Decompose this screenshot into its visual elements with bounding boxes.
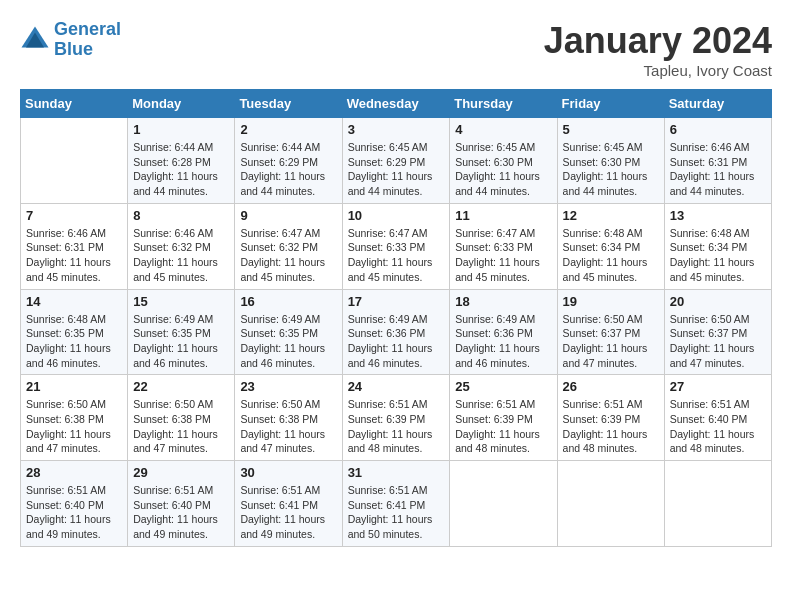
day-info: Sunrise: 6:51 AMSunset: 6:40 PMDaylight:… [133, 483, 229, 542]
calendar-cell: 8Sunrise: 6:46 AMSunset: 6:32 PMDaylight… [128, 203, 235, 289]
day-info: Sunrise: 6:51 AMSunset: 6:39 PMDaylight:… [348, 397, 445, 456]
weekday-header-friday: Friday [557, 90, 664, 118]
day-info: Sunrise: 6:46 AMSunset: 6:31 PMDaylight:… [26, 226, 122, 285]
day-info: Sunrise: 6:51 AMSunset: 6:39 PMDaylight:… [563, 397, 659, 456]
day-number: 2 [240, 122, 336, 137]
weekday-header-saturday: Saturday [664, 90, 771, 118]
day-number: 31 [348, 465, 445, 480]
day-info: Sunrise: 6:45 AMSunset: 6:30 PMDaylight:… [455, 140, 551, 199]
calendar-header: SundayMondayTuesdayWednesdayThursdayFrid… [21, 90, 772, 118]
calendar-cell: 3Sunrise: 6:45 AMSunset: 6:29 PMDaylight… [342, 118, 450, 204]
day-number: 4 [455, 122, 551, 137]
day-number: 24 [348, 379, 445, 394]
calendar-cell: 20Sunrise: 6:50 AMSunset: 6:37 PMDayligh… [664, 289, 771, 375]
day-info: Sunrise: 6:47 AMSunset: 6:33 PMDaylight:… [348, 226, 445, 285]
day-number: 30 [240, 465, 336, 480]
page-header: General Blue January 2024 Tapleu, Ivory … [20, 20, 772, 79]
weekday-header-thursday: Thursday [450, 90, 557, 118]
day-number: 10 [348, 208, 445, 223]
calendar-week-row: 1Sunrise: 6:44 AMSunset: 6:28 PMDaylight… [21, 118, 772, 204]
day-info: Sunrise: 6:46 AMSunset: 6:32 PMDaylight:… [133, 226, 229, 285]
day-info: Sunrise: 6:51 AMSunset: 6:41 PMDaylight:… [240, 483, 336, 542]
day-info: Sunrise: 6:51 AMSunset: 6:41 PMDaylight:… [348, 483, 445, 542]
calendar-cell: 25Sunrise: 6:51 AMSunset: 6:39 PMDayligh… [450, 375, 557, 461]
day-info: Sunrise: 6:50 AMSunset: 6:38 PMDaylight:… [240, 397, 336, 456]
logo-text: General Blue [54, 20, 121, 60]
day-number: 25 [455, 379, 551, 394]
day-number: 19 [563, 294, 659, 309]
logo-line2: Blue [54, 39, 93, 59]
day-number: 26 [563, 379, 659, 394]
calendar-cell: 9Sunrise: 6:47 AMSunset: 6:32 PMDaylight… [235, 203, 342, 289]
day-number: 28 [26, 465, 122, 480]
weekday-header-monday: Monday [128, 90, 235, 118]
calendar-cell: 30Sunrise: 6:51 AMSunset: 6:41 PMDayligh… [235, 461, 342, 547]
weekday-header-wednesday: Wednesday [342, 90, 450, 118]
logo: General Blue [20, 20, 121, 60]
calendar-week-row: 14Sunrise: 6:48 AMSunset: 6:35 PMDayligh… [21, 289, 772, 375]
day-info: Sunrise: 6:48 AMSunset: 6:34 PMDaylight:… [670, 226, 766, 285]
logo-icon [20, 25, 50, 55]
calendar-cell: 6Sunrise: 6:46 AMSunset: 6:31 PMDaylight… [664, 118, 771, 204]
day-number: 13 [670, 208, 766, 223]
calendar-cell [450, 461, 557, 547]
day-number: 14 [26, 294, 122, 309]
day-number: 8 [133, 208, 229, 223]
day-number: 3 [348, 122, 445, 137]
day-number: 29 [133, 465, 229, 480]
logo-line1: General [54, 19, 121, 39]
calendar-cell: 22Sunrise: 6:50 AMSunset: 6:38 PMDayligh… [128, 375, 235, 461]
location-subtitle: Tapleu, Ivory Coast [544, 62, 772, 79]
calendar-cell: 16Sunrise: 6:49 AMSunset: 6:35 PMDayligh… [235, 289, 342, 375]
day-info: Sunrise: 6:45 AMSunset: 6:30 PMDaylight:… [563, 140, 659, 199]
day-info: Sunrise: 6:49 AMSunset: 6:36 PMDaylight:… [455, 312, 551, 371]
day-number: 27 [670, 379, 766, 394]
day-number: 5 [563, 122, 659, 137]
day-info: Sunrise: 6:50 AMSunset: 6:37 PMDaylight:… [670, 312, 766, 371]
day-info: Sunrise: 6:49 AMSunset: 6:36 PMDaylight:… [348, 312, 445, 371]
calendar-cell: 2Sunrise: 6:44 AMSunset: 6:29 PMDaylight… [235, 118, 342, 204]
calendar-cell: 11Sunrise: 6:47 AMSunset: 6:33 PMDayligh… [450, 203, 557, 289]
day-info: Sunrise: 6:51 AMSunset: 6:39 PMDaylight:… [455, 397, 551, 456]
calendar-cell: 21Sunrise: 6:50 AMSunset: 6:38 PMDayligh… [21, 375, 128, 461]
weekday-header-sunday: Sunday [21, 90, 128, 118]
calendar-cell: 10Sunrise: 6:47 AMSunset: 6:33 PMDayligh… [342, 203, 450, 289]
day-number: 15 [133, 294, 229, 309]
calendar-body: 1Sunrise: 6:44 AMSunset: 6:28 PMDaylight… [21, 118, 772, 547]
day-info: Sunrise: 6:46 AMSunset: 6:31 PMDaylight:… [670, 140, 766, 199]
calendar-cell [21, 118, 128, 204]
calendar-week-row: 7Sunrise: 6:46 AMSunset: 6:31 PMDaylight… [21, 203, 772, 289]
day-number: 17 [348, 294, 445, 309]
calendar-cell: 19Sunrise: 6:50 AMSunset: 6:37 PMDayligh… [557, 289, 664, 375]
day-info: Sunrise: 6:50 AMSunset: 6:38 PMDaylight:… [26, 397, 122, 456]
calendar-cell: 12Sunrise: 6:48 AMSunset: 6:34 PMDayligh… [557, 203, 664, 289]
title-block: January 2024 Tapleu, Ivory Coast [544, 20, 772, 79]
day-info: Sunrise: 6:51 AMSunset: 6:40 PMDaylight:… [670, 397, 766, 456]
day-number: 1 [133, 122, 229, 137]
day-number: 9 [240, 208, 336, 223]
calendar-cell [664, 461, 771, 547]
calendar-cell: 24Sunrise: 6:51 AMSunset: 6:39 PMDayligh… [342, 375, 450, 461]
calendar-cell [557, 461, 664, 547]
weekday-header-row: SundayMondayTuesdayWednesdayThursdayFrid… [21, 90, 772, 118]
calendar-cell: 1Sunrise: 6:44 AMSunset: 6:28 PMDaylight… [128, 118, 235, 204]
calendar-cell: 13Sunrise: 6:48 AMSunset: 6:34 PMDayligh… [664, 203, 771, 289]
day-number: 12 [563, 208, 659, 223]
day-number: 23 [240, 379, 336, 394]
calendar-cell: 4Sunrise: 6:45 AMSunset: 6:30 PMDaylight… [450, 118, 557, 204]
day-info: Sunrise: 6:49 AMSunset: 6:35 PMDaylight:… [240, 312, 336, 371]
day-number: 7 [26, 208, 122, 223]
calendar-cell: 7Sunrise: 6:46 AMSunset: 6:31 PMDaylight… [21, 203, 128, 289]
day-info: Sunrise: 6:50 AMSunset: 6:38 PMDaylight:… [133, 397, 229, 456]
calendar-cell: 27Sunrise: 6:51 AMSunset: 6:40 PMDayligh… [664, 375, 771, 461]
calendar-cell: 31Sunrise: 6:51 AMSunset: 6:41 PMDayligh… [342, 461, 450, 547]
day-info: Sunrise: 6:51 AMSunset: 6:40 PMDaylight:… [26, 483, 122, 542]
weekday-header-tuesday: Tuesday [235, 90, 342, 118]
day-info: Sunrise: 6:48 AMSunset: 6:34 PMDaylight:… [563, 226, 659, 285]
calendar-cell: 26Sunrise: 6:51 AMSunset: 6:39 PMDayligh… [557, 375, 664, 461]
day-info: Sunrise: 6:47 AMSunset: 6:33 PMDaylight:… [455, 226, 551, 285]
day-number: 16 [240, 294, 336, 309]
day-number: 20 [670, 294, 766, 309]
day-info: Sunrise: 6:48 AMSunset: 6:35 PMDaylight:… [26, 312, 122, 371]
day-number: 18 [455, 294, 551, 309]
